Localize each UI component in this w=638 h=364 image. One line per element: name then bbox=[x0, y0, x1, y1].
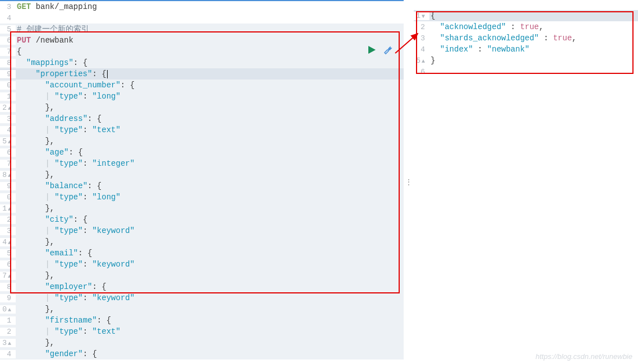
code-line[interactable]: 1 "firstname": { bbox=[0, 315, 404, 326]
code-line[interactable]: 7▲ }, bbox=[0, 270, 404, 281]
code-line[interactable]: 8 "mappings": { bbox=[0, 57, 404, 68]
fold-toggle-icon[interactable]: ▲ bbox=[8, 105, 11, 111]
code-content[interactable]: | "type": "text" bbox=[16, 125, 404, 134]
code-line[interactable]: 4▲ }, bbox=[0, 236, 404, 248]
code-line[interactable]: 8 "employer": { bbox=[0, 281, 404, 292]
code-content[interactable]: "mappings": { bbox=[16, 58, 404, 67]
fold-toggle-icon[interactable]: ▲ bbox=[8, 340, 11, 347]
code-content[interactable]: "gender": { bbox=[16, 349, 404, 358]
response-code-area[interactable]: 1▼{2 "acknowledged" : true,3 "shards_ack… bbox=[414, 10, 638, 77]
code-content[interactable]: # 创建一个新的索引 bbox=[16, 24, 404, 34]
request-code-area[interactable]: 3GET bank/_mapping45# 创建一个新的索引6PUT /newb… bbox=[0, 1, 404, 360]
code-content[interactable]: "index" : "newbank" bbox=[429, 45, 638, 54]
code-line[interactable]: 2 | "type": "text" bbox=[0, 326, 404, 337]
code-content[interactable]: | "type": "text" bbox=[16, 327, 404, 336]
fold-toggle-icon[interactable]: ▲ bbox=[8, 273, 11, 279]
code-line[interactable]: 9 "properties": { bbox=[0, 68, 404, 80]
code-content[interactable]: | "type": "keyword" bbox=[16, 293, 404, 302]
code-line[interactable]: 5 "email": { bbox=[0, 248, 404, 259]
code-line[interactable]: 1 | "type": "long" bbox=[0, 91, 404, 102]
run-query-button[interactable] bbox=[367, 45, 377, 57]
code-line[interactable]: 9 "balance": { bbox=[0, 180, 404, 192]
line-number: 1▲ bbox=[0, 204, 16, 213]
request-action-tools bbox=[367, 45, 392, 57]
code-content[interactable]: }, bbox=[16, 103, 404, 112]
wrench-tool-button[interactable] bbox=[382, 45, 392, 57]
code-content[interactable]: "city": { bbox=[16, 215, 404, 224]
code-content[interactable]: }, bbox=[16, 271, 404, 280]
code-content[interactable]: | "type": "long" bbox=[16, 92, 404, 101]
line-number: 3 bbox=[0, 227, 16, 235]
code-content[interactable]: { bbox=[16, 47, 404, 56]
svg-marker-0 bbox=[368, 46, 376, 54]
code-line[interactable]: 7 | "type": "integer" bbox=[0, 158, 404, 169]
code-content[interactable]: "employer": { bbox=[16, 282, 404, 291]
code-line[interactable]: 5▲} bbox=[414, 55, 638, 66]
code-content[interactable]: "acknowledged" : true, bbox=[429, 22, 638, 31]
code-content[interactable]: { bbox=[429, 11, 638, 20]
fold-toggle-icon[interactable]: ▼ bbox=[422, 13, 425, 20]
code-content[interactable]: "firstname": { bbox=[16, 316, 404, 325]
code-line[interactable]: 4 "gender": { bbox=[0, 348, 404, 360]
code-content[interactable]: "balance": { bbox=[16, 181, 404, 190]
code-content[interactable]: }, bbox=[16, 137, 404, 146]
code-content[interactable]: | "type": "keyword" bbox=[16, 260, 404, 269]
code-line[interactable]: 4 bbox=[0, 12, 404, 24]
code-line[interactable]: 3 "address": { bbox=[0, 113, 404, 124]
code-line[interactable]: 5▲ }, bbox=[0, 136, 404, 147]
code-content[interactable]: | "type": "long" bbox=[16, 193, 404, 202]
fold-toggle-icon[interactable]: ▲ bbox=[8, 139, 11, 145]
code-content[interactable]: GET bank/_mapping bbox=[16, 2, 404, 11]
code-line[interactable]: 3GET bank/_mapping bbox=[0, 1, 404, 12]
code-line[interactable]: 0 | "type": "long" bbox=[0, 192, 404, 203]
code-line[interactable]: 8▲ }, bbox=[0, 169, 404, 180]
code-line[interactable]: 7{ bbox=[0, 46, 404, 57]
code-content[interactable]: "shards_acknowledged" : true, bbox=[429, 34, 638, 43]
code-line[interactable]: 6 "age": { bbox=[0, 147, 404, 158]
code-content[interactable]: "age": { bbox=[16, 148, 404, 157]
annotation-arrow bbox=[392, 28, 426, 62]
code-line[interactable]: 9 | "type": "keyword" bbox=[0, 292, 404, 304]
code-content[interactable]: }, bbox=[16, 237, 404, 246]
code-content[interactable]: }, bbox=[16, 204, 404, 213]
line-number: 2▲ bbox=[0, 104, 16, 112]
line-number: 9 bbox=[0, 182, 16, 190]
code-line[interactable]: 3▲ }, bbox=[0, 337, 404, 348]
code-content[interactable]: }, bbox=[16, 305, 404, 314]
fold-toggle-icon[interactable]: ▲ bbox=[8, 172, 11, 179]
code-line[interactable]: 3 "shards_acknowledged" : true, bbox=[414, 32, 638, 44]
code-line[interactable]: 2▲ }, bbox=[0, 102, 404, 113]
line-number: 6 bbox=[0, 260, 16, 269]
fold-toggle-icon[interactable]: ▲ bbox=[8, 240, 11, 246]
code-line[interactable]: 6 | "type": "keyword" bbox=[0, 259, 404, 270]
line-number: 4 bbox=[0, 14, 16, 22]
code-content[interactable]: }, bbox=[16, 338, 404, 347]
request-editor-pane[interactable]: 3GET bank/_mapping45# 创建一个新的索引6PUT /newb… bbox=[0, 0, 404, 364]
code-line[interactable]: 2 "acknowledged" : true, bbox=[414, 21, 638, 32]
code-line[interactable]: 3 | "type": "keyword" bbox=[0, 225, 404, 236]
code-content[interactable]: "email": { bbox=[16, 249, 404, 258]
code-line[interactable]: 0 "account_number": { bbox=[0, 80, 404, 91]
code-line[interactable]: 0▲ }, bbox=[0, 304, 404, 315]
fold-toggle-icon[interactable]: ▲ bbox=[8, 206, 11, 212]
code-line[interactable]: 1▼{ bbox=[414, 10, 638, 21]
code-content[interactable]: }, bbox=[16, 170, 404, 179]
code-line[interactable]: 5# 创建一个新的索引 bbox=[0, 24, 404, 35]
fold-toggle-icon[interactable]: ▲ bbox=[8, 307, 11, 313]
code-line[interactable]: 6 bbox=[414, 66, 638, 77]
code-line[interactable]: 4 | "type": "text" bbox=[0, 124, 404, 136]
code-content[interactable]: "account_number": { bbox=[16, 81, 404, 90]
code-content[interactable]: | "type": "integer" bbox=[16, 159, 404, 168]
response-pane: 1▼{2 "acknowledged" : true,3 "shards_ack… bbox=[414, 0, 638, 364]
code-content[interactable]: "properties": { bbox=[16, 69, 404, 78]
code-line[interactable]: 1▲ }, bbox=[0, 203, 404, 214]
code-line[interactable]: 4 "index" : "newbank" bbox=[414, 44, 638, 55]
code-line[interactable]: 6PUT /newbank bbox=[0, 35, 404, 46]
code-line[interactable]: 2 "city": { bbox=[0, 214, 404, 225]
code-content[interactable]: PUT /newbank bbox=[16, 36, 404, 45]
code-content[interactable]: } bbox=[429, 56, 638, 65]
line-number: 6 bbox=[0, 36, 16, 45]
line-number: 0 bbox=[0, 81, 16, 90]
code-content[interactable]: "address": { bbox=[16, 114, 404, 123]
code-content[interactable]: | "type": "keyword" bbox=[16, 226, 404, 235]
